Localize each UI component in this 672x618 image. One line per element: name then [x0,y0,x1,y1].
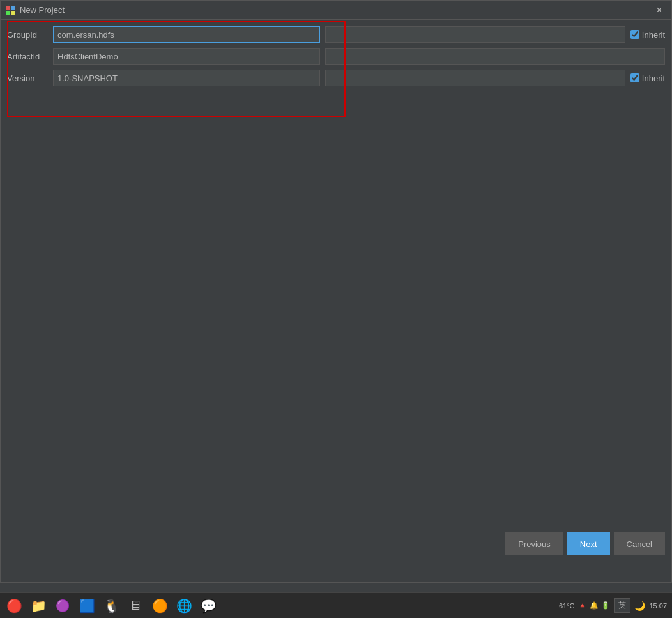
start-icon[interactable]: 🔴 [3,594,26,617]
new-project-dialog: New Project × GroupId Inherit Art [0,0,672,583]
taskbar-apps: 🔴 📁 🟣 🟦 🐧 🖥 🟠 🌐 💬 [3,594,559,617]
temperature-display: 61°C [559,602,575,610]
groupid-extra-input[interactable] [325,26,625,43]
taskbar-right: 61°C 🔺 🔔 🔋 英 🌙 15:07 [559,598,669,613]
svg-rect-2 [6,11,10,15]
app6-icon[interactable]: 🟠 [148,594,171,617]
bottom-bar: Previous Next Cancel [505,532,665,555]
taskbar-clock: 15:07 [649,602,667,610]
intellij-icon[interactable]: 🟣 [51,594,74,617]
version-row: Version Inherit [7,70,665,86]
groupid-inherit-wrap: Inherit [630,30,665,40]
app4-icon[interactable]: 🐧 [100,594,123,617]
groupid-label: GroupId [7,30,53,40]
groupid-input[interactable] [53,26,320,43]
groupid-row: GroupId Inherit [7,26,665,43]
svg-rect-1 [11,6,15,10]
title-bar-left: New Project [6,5,65,15]
terminal-icon[interactable]: 🖥 [124,594,147,617]
version-inherit-checkbox[interactable] [630,73,639,82]
close-button[interactable]: × [652,3,666,17]
moon-icon: 🌙 [634,601,645,611]
sys-icons: 🔺 🔔 🔋 [578,601,610,610]
app-icon [6,5,16,15]
browser-icon[interactable]: 🌐 [172,594,195,617]
version-extra-input[interactable] [325,70,625,86]
svg-rect-3 [11,11,15,15]
artifactid-input[interactable] [53,48,320,65]
version-inherit-label: Inherit [642,73,665,83]
next-button[interactable]: Next [567,532,610,555]
artifactid-row: ArtifactId [7,48,665,65]
previous-button[interactable]: Previous [505,532,563,555]
network-icon: 🔺 [578,601,587,610]
file-manager-icon[interactable]: 📁 [27,594,50,617]
version-inherit-wrap: Inherit [630,73,665,83]
groupid-inherit-label: Inherit [642,30,665,40]
language-button[interactable]: 英 [614,598,630,613]
chat-icon[interactable]: 💬 [197,594,220,617]
dialog-title: New Project [20,5,65,15]
clock-time: 15:07 [649,602,667,610]
artifactid-label: ArtifactId [7,52,53,61]
taskbar: 🔴 📁 🟣 🟦 🐧 🖥 🟠 🌐 💬 61°C 🔺 🔔 🔋 英 🌙 15:07 [0,592,672,618]
battery-icon: 🔋 [601,601,610,610]
form-area: GroupId Inherit ArtifactId Version [7,26,665,86]
version-label: Version [7,73,53,83]
title-bar: New Project × [1,1,671,20]
app3-icon[interactable]: 🟦 [75,594,98,617]
version-input[interactable] [53,70,320,86]
groupid-inherit-checkbox[interactable] [630,30,639,39]
volume-icon: 🔔 [590,601,599,610]
dialog-body: GroupId Inherit ArtifactId Version [1,20,671,582]
artifactid-extra-input[interactable] [325,48,665,65]
cancel-button[interactable]: Cancel [614,532,665,555]
svg-rect-0 [6,6,10,10]
